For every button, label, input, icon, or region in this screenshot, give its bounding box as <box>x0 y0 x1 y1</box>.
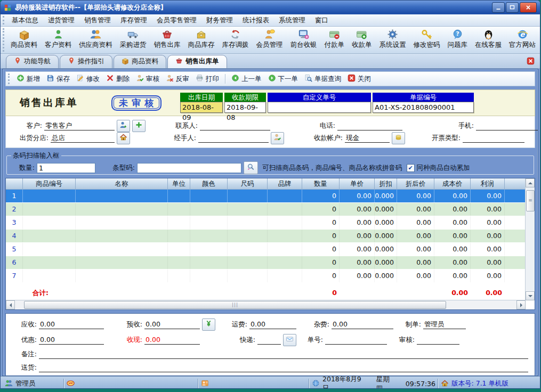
table-row[interactable]: 700.000.0000.000.000.00 <box>6 270 535 283</box>
column-header: 名称 <box>76 178 168 190</box>
scroll-right-arrow[interactable] <box>516 300 526 309</box>
toolbar-button-transfer[interactable]: 库存调拨 <box>219 28 253 53</box>
phone-field[interactable] <box>337 121 402 130</box>
barcode-input[interactable] <box>137 163 241 173</box>
branch-field[interactable]: 总店 <box>51 133 115 143</box>
delete-button[interactable]: 删除 <box>103 73 133 85</box>
print-button[interactable]: 打印 <box>192 73 222 85</box>
tracking-no-field[interactable] <box>325 335 387 345</box>
scroll-down-arrow[interactable] <box>526 291 535 300</box>
table-row[interactable]: 100.000.0000.000.000.00 <box>6 190 535 203</box>
menu-item[interactable]: 系统管理 <box>274 14 310 27</box>
menu-item[interactable]: 进货管理 <box>43 14 79 27</box>
express-field[interactable] <box>257 335 281 345</box>
doc-header-cell-value[interactable] <box>268 102 371 113</box>
table-row[interactable]: 200.000.0000.000.000.00 <box>6 203 535 216</box>
delivery-field[interactable] <box>39 363 528 372</box>
express-select-button[interactable] <box>283 334 296 346</box>
table-row[interactable]: 400.000.0000.000.000.00 <box>6 230 535 243</box>
add-customer-button[interactable] <box>132 120 146 132</box>
tab-sales-outbound[interactable]: 销售出库单 <box>167 55 227 68</box>
receivable-field[interactable]: 0.00 <box>39 320 104 329</box>
toolbar-button-supplier[interactable]: 供应商资料 <box>75 28 116 53</box>
menu-item[interactable]: 会员零售管理 <box>152 14 201 27</box>
toolbar-button-member[interactable]: 会员管理 <box>253 28 287 53</box>
table-row[interactable]: 300.000.0000.000.000.00 <box>6 216 535 230</box>
vertical-scrollbar[interactable] <box>525 178 535 300</box>
discount-field[interactable]: 0.00 <box>39 335 104 345</box>
contact-field[interactable] <box>200 121 270 130</box>
freight-field[interactable]: 0.00 <box>249 320 296 329</box>
toolbar-button-ie[interactable]: e官方网站 <box>505 28 539 53</box>
prepaid-button[interactable] <box>202 318 215 331</box>
branch-label: 出货分店: <box>11 134 51 143</box>
toolbar-button-goods[interactable]: 商品资料 <box>7 28 41 53</box>
minimize-button[interactable] <box>492 2 505 13</box>
person-check-icon <box>273 133 281 143</box>
table-row[interactable]: 600.000.0000.000.000.00 <box>6 256 535 270</box>
toolbar-button-truck[interactable]: 采购进货 <box>116 28 150 53</box>
menu-item[interactable]: 统计报表 <box>238 14 274 27</box>
select-handler-button[interactable] <box>271 132 284 144</box>
toolbar-button-cashier[interactable]: 前台收银 <box>287 28 321 53</box>
prepaid-field[interactable]: 0.00 <box>144 320 200 329</box>
doc-header-cell-value[interactable]: 2018-09-08 <box>224 102 266 113</box>
tab-operation-guide[interactable]: 操作指引 <box>60 55 112 68</box>
horizontal-scrollbar[interactable] <box>6 300 526 309</box>
toolbar-button-settings[interactable]: 系统设置 <box>376 28 410 53</box>
doc-header-cell-value[interactable]: A01-XS-201808090001 <box>373 102 474 113</box>
scroll-left-arrow[interactable] <box>6 300 15 309</box>
menu-item[interactable]: 销售管理 <box>79 14 116 27</box>
doc-header-cell-value[interactable]: 2018-08-09 <box>180 102 223 113</box>
select-branch-button[interactable] <box>117 132 130 144</box>
column-header: 数量 <box>302 178 340 190</box>
toolbar-button-stockbox[interactable]: 商品库存 <box>184 28 219 53</box>
close-button[interactable]: 关闭 <box>344 73 374 85</box>
mobile-field[interactable] <box>476 121 538 130</box>
audit-button[interactable]: 审核 <box>133 73 163 85</box>
select-account-button[interactable] <box>392 132 405 144</box>
maximize-button[interactable] <box>506 2 519 13</box>
vertical-scroll-thumb[interactable] <box>526 190 535 211</box>
toolbar-button-receive[interactable]: 收款单 <box>348 28 376 53</box>
menu-item[interactable]: 基本信息 <box>7 14 43 27</box>
tab-goods-info[interactable]: 商品资料 <box>114 55 166 68</box>
unaudit-button[interactable]: 反审 <box>163 73 192 85</box>
close-tab-button[interactable] <box>527 57 535 65</box>
account-field[interactable]: 现金 <box>345 133 390 143</box>
remark-field[interactable] <box>39 349 528 359</box>
toolbar-button-basket[interactable]: 销售出库 <box>150 28 184 53</box>
toolbar-button-penguin[interactable]: 在线客服 <box>471 28 505 53</box>
table-cell <box>23 216 76 229</box>
prev-button[interactable]: 上一单 <box>228 73 265 85</box>
toolbar-button-key[interactable]: 修改密码 <box>410 28 444 53</box>
edit-button[interactable]: 修改 <box>73 73 103 85</box>
table-cell <box>190 190 228 202</box>
cash-received-field[interactable]: 0.00 <box>144 335 200 345</box>
menu-item[interactable]: 窗口 <box>310 14 333 27</box>
accumulate-checkbox[interactable] <box>407 164 415 172</box>
horizontal-scroll-thumb[interactable] <box>24 301 446 309</box>
save-button[interactable]: 保存 <box>43 73 73 85</box>
toolbar-button-pay[interactable]: 付款单 <box>321 28 349 53</box>
tab-function-nav[interactable]: 功能导航 <box>6 55 59 68</box>
scroll-up-arrow[interactable] <box>526 178 535 187</box>
query-button[interactable]: 单据查询 <box>301 73 344 85</box>
qty-input[interactable] <box>37 163 95 173</box>
toolbar-button-question[interactable]: ?问题库 <box>444 28 472 53</box>
menu-item[interactable]: 财务管理 <box>201 14 238 27</box>
menu-item[interactable]: 库存管理 <box>116 14 152 27</box>
invoice-type-field[interactable] <box>463 133 524 143</box>
customer-field[interactable]: 零售客户 <box>44 121 115 130</box>
new-button[interactable]: 新增 <box>13 73 43 85</box>
barcode-search-button[interactable] <box>244 161 258 174</box>
misc-fee-field[interactable]: 0.00 <box>332 320 393 329</box>
toolbar-button-lock[interactable]: 锁定系统 <box>539 28 540 53</box>
close-button[interactable] <box>520 2 537 13</box>
table-cell <box>76 243 168 256</box>
select-customer-button[interactable] <box>117 120 130 132</box>
toolbar-button-customer[interactable]: 客户资料 <box>41 28 75 53</box>
table-row[interactable]: 500.000.0000.000.000.00 <box>6 243 535 256</box>
handler-field[interactable] <box>198 133 269 143</box>
next-button[interactable]: 下一单 <box>265 73 302 85</box>
